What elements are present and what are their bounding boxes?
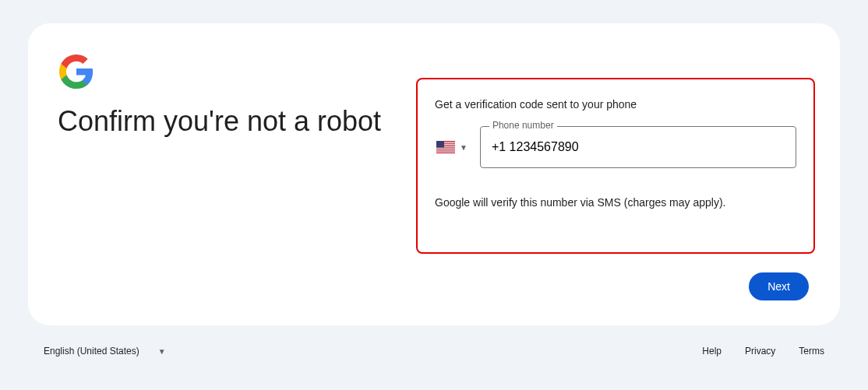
- right-column: Get a verification code sent to your pho…: [434, 53, 810, 296]
- phone-input-label: Phone number: [489, 120, 557, 131]
- privacy-link[interactable]: Privacy: [745, 346, 775, 357]
- next-button[interactable]: Next: [749, 272, 809, 300]
- phone-input[interactable]: [480, 126, 796, 168]
- svg-rect-7: [436, 141, 444, 148]
- language-select[interactable]: English (United States) ▼: [44, 341, 166, 361]
- footer: English (United States) ▼ Help Privacy T…: [0, 325, 868, 361]
- google-logo-icon: [58, 53, 95, 90]
- signin-card: Confirm you're not a robot Get a verific…: [28, 23, 840, 325]
- us-flag-icon: [436, 141, 455, 153]
- language-label: English (United States): [44, 346, 139, 357]
- page-heading: Confirm you're not a robot: [58, 104, 385, 139]
- chevron-down-icon: ▼: [460, 143, 468, 152]
- phone-row: ▼ Phone number: [435, 126, 796, 168]
- left-column: Confirm you're not a robot: [58, 53, 434, 296]
- verification-form: Get a verification code sent to your pho…: [416, 78, 815, 254]
- svg-rect-5: [436, 149, 455, 150]
- svg-rect-4: [436, 148, 455, 149]
- phone-input-wrapper: Phone number: [480, 126, 796, 168]
- disclaimer-text: Google will verify this number via SMS (…: [435, 196, 796, 209]
- help-link[interactable]: Help: [702, 346, 722, 357]
- terms-link[interactable]: Terms: [799, 346, 824, 357]
- svg-rect-6: [436, 152, 455, 153]
- chevron-down-icon: ▼: [158, 347, 166, 356]
- footer-links: Help Privacy Terms: [702, 346, 824, 357]
- instruction-text: Get a verification code sent to your pho…: [435, 98, 796, 111]
- country-select[interactable]: ▼: [435, 138, 469, 156]
